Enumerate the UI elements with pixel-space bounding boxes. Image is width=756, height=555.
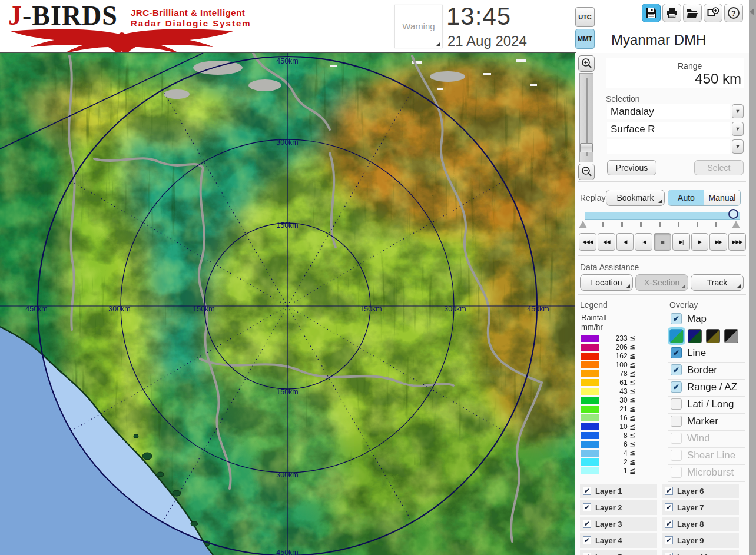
layer-row: ✔Layer 10	[662, 550, 739, 555]
save-button[interactable]	[642, 4, 661, 22]
skip-to-start-button[interactable]: |◀	[635, 233, 652, 251]
stop-button[interactable]: ■	[654, 233, 671, 251]
layer-checkbox-10[interactable]: ✔	[665, 553, 673, 555]
play-button[interactable]: ▶	[691, 233, 709, 251]
zoom-in-button[interactable]	[578, 55, 595, 72]
replay-slider-handle[interactable]	[728, 209, 738, 219]
overlay-checkbox-lati-long[interactable]	[671, 398, 682, 410]
dropdown-arrow-button[interactable]: ▼	[732, 139, 744, 154]
selection-dropdown-row: ▼	[606, 139, 744, 155]
location-button[interactable]: Location	[580, 274, 633, 291]
overlay-checkbox-map[interactable]: ✔	[671, 313, 682, 324]
slider-end-marker[interactable]	[732, 221, 740, 228]
print-icon	[666, 7, 678, 19]
legend-swatch	[581, 388, 599, 395]
legend-value: 43 ≦	[601, 387, 635, 396]
ring-label: 450km	[276, 57, 299, 65]
select-button[interactable]: Select	[694, 160, 744, 175]
ring-label: 150km	[360, 305, 382, 313]
layer-checkbox-1[interactable]: ✔	[583, 487, 591, 495]
legend-swatch	[581, 353, 599, 360]
legend-row: 30 ≦	[581, 396, 652, 405]
layer-checkbox-5[interactable]: ✔	[583, 553, 591, 555]
legend-swatch	[581, 467, 599, 474]
overlay-checkbox-line[interactable]: ✔	[671, 347, 682, 358]
legend-row: 4 ≦	[581, 449, 652, 458]
logo-title: J-BIRDS	[8, 2, 118, 29]
x-section-button[interactable]: X-Section	[635, 274, 688, 291]
zoom-out-button[interactable]	[578, 164, 595, 180]
warning-dropdown[interactable]: Warning	[394, 5, 443, 48]
layer-label: Layer 8	[677, 520, 704, 529]
print-button[interactable]	[662, 4, 681, 22]
track-button[interactable]: Track	[691, 274, 744, 291]
legend-value: 30 ≦	[601, 396, 635, 404]
layer-checkbox-6[interactable]: ✔	[665, 487, 673, 495]
skip-to-end-button[interactable]: ▶|	[672, 233, 690, 251]
layer-label: Layer 3	[595, 520, 622, 529]
dropdown-value[interactable]: Mandalay	[607, 104, 730, 119]
layer-label: Layer 1	[595, 487, 622, 496]
overlay-checkbox-marker[interactable]	[671, 416, 682, 427]
slider-tick	[602, 222, 604, 227]
overlay-checkbox-range-az[interactable]: ✔	[671, 381, 682, 393]
ring-label: 300km	[276, 471, 299, 479]
replay-slider-track[interactable]	[585, 212, 740, 220]
dropdown-arrow-button[interactable]: ▼	[732, 104, 744, 118]
mmt-button[interactable]: MMT	[575, 29, 595, 49]
utc-button[interactable]: UTC	[575, 7, 595, 27]
zoom-bar	[577, 55, 596, 180]
dropdown-arrow-button[interactable]: ▼	[732, 122, 744, 136]
zoom-slider-thumb[interactable]	[580, 143, 593, 152]
panel-collapse-strip[interactable]	[749, 0, 756, 555]
legend-value: 8 ≦	[601, 431, 635, 440]
map-style-terrain-dark-blue[interactable]	[688, 329, 702, 343]
previous-button[interactable]: Previous	[607, 160, 656, 175]
layer-row: ✔Layer 6	[662, 484, 739, 498]
layer-checkbox-8[interactable]: ✔	[665, 520, 673, 528]
legend-value: 61 ≦	[601, 378, 635, 387]
replay-mode-auto[interactable]: Auto	[668, 190, 704, 205]
layer-checkbox-7[interactable]: ✔	[665, 503, 673, 511]
map-style-terrain-olive[interactable]	[706, 329, 720, 343]
capture-button[interactable]	[704, 4, 722, 22]
rewind-button[interactable]: ◀◀	[598, 233, 615, 251]
radar-map[interactable]: 450km300km150km150km300km450km450km300km…	[0, 53, 575, 555]
overlay-row-lati-long: Lati / Long	[668, 396, 745, 414]
fast-forward-button[interactable]: ▶▶	[709, 233, 727, 251]
step-back-button[interactable]: ◀	[616, 233, 634, 251]
button-label: X-Section	[644, 278, 680, 287]
legend-swatch	[581, 361, 599, 368]
save-icon	[645, 7, 657, 19]
bookmark-button[interactable]: Bookmark	[606, 190, 665, 206]
legend-swatch	[581, 370, 599, 377]
legend-value: 2 ≦	[601, 458, 635, 466]
legend-row: 6 ≦	[581, 440, 652, 449]
help-button[interactable]: ?	[724, 4, 743, 22]
map-style-row	[668, 328, 745, 345]
layer-checkbox-4[interactable]: ✔	[583, 536, 591, 544]
legend-swatch	[581, 406, 599, 413]
map-style-terrain-color[interactable]	[669, 329, 684, 343]
legend-value: 21 ≦	[601, 405, 635, 413]
legend-row: 100 ≦	[581, 361, 652, 370]
map-style-terrain-gray[interactable]	[724, 329, 738, 343]
open-folder-button[interactable]	[683, 4, 702, 22]
overlay-checkbox-border[interactable]: ✔	[671, 364, 682, 375]
legend-value: 78 ≦	[601, 370, 635, 378]
fast-rewind-button[interactable]: ◀◀◀	[579, 233, 596, 251]
layer-checkbox-3[interactable]: ✔	[583, 520, 591, 528]
fastest-forward-button[interactable]: ▶▶▶	[728, 233, 746, 251]
layer-checkbox-9[interactable]: ✔	[665, 536, 673, 544]
zoom-slider[interactable]	[579, 73, 593, 162]
range-divider	[672, 60, 672, 87]
layer-checkbox-2[interactable]: ✔	[583, 503, 591, 511]
dropdown-value[interactable]: Surface R	[607, 122, 730, 137]
overlay-item-label: Shear Line	[687, 450, 735, 461]
legend-row: 10 ≦	[581, 423, 652, 431]
legend-swatch	[581, 432, 599, 439]
replay-mode-manual[interactable]: Manual	[704, 190, 740, 205]
dropdown-value[interactable]	[607, 139, 730, 154]
slider-start-marker[interactable]	[579, 221, 587, 228]
layer-label: Layer 6	[677, 487, 704, 496]
